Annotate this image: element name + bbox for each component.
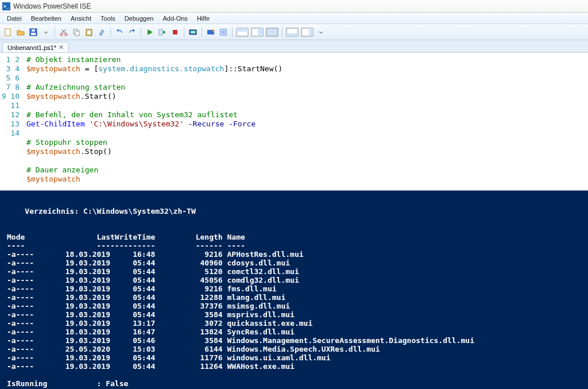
redo-icon[interactable] (126, 26, 138, 38)
svg-rect-0 (5, 29, 10, 36)
separator (110, 27, 111, 37)
new-icon[interactable] (2, 26, 14, 38)
script-editor[interactable]: 1 2 3 4 5 6 7 8 9 10 11 12 13 14 # Objek… (0, 53, 588, 191)
svg-rect-10 (159, 29, 163, 35)
open-icon[interactable] (15, 26, 26, 38)
titlebar: >_ Windows PowerShell ISE (0, 0, 588, 13)
remote-icon[interactable] (187, 26, 199, 38)
show-addons-icon[interactable] (300, 26, 314, 38)
layout-script-top-icon[interactable] (235, 26, 249, 38)
menu-datei[interactable]: Datei (2, 14, 26, 23)
stop-icon[interactable] (169, 26, 181, 38)
save-dropdown-icon[interactable] (40, 26, 52, 38)
menu-ansicht[interactable]: Ansicht (66, 14, 96, 23)
separator (184, 27, 184, 37)
tab-file[interactable]: Unbenannt1.ps1* ✕ (2, 42, 69, 52)
svg-rect-20 (266, 28, 278, 36)
options-icon[interactable] (218, 26, 229, 38)
tab-label: Unbenannt1.ps1* (7, 44, 56, 51)
console-output[interactable]: Verzeichnis: C:\Windows\System32\zh-TW M… (0, 191, 588, 389)
line-gutter: 1 2 3 4 5 6 7 8 9 10 11 12 13 14 (0, 53, 23, 190)
menu-hilfe[interactable]: Hilfe (192, 14, 214, 23)
svg-rect-19 (258, 28, 263, 36)
separator (202, 27, 202, 37)
svg-rect-3 (32, 29, 35, 32)
save-icon[interactable] (28, 26, 39, 38)
separator (282, 27, 283, 37)
new-remote-icon[interactable] (205, 26, 216, 38)
svg-rect-9 (87, 30, 91, 34)
svg-rect-11 (173, 30, 177, 34)
menu-add-ons[interactable]: Add-Ons (158, 14, 192, 23)
code-area[interactable]: # Objekt instanzieren $mystopwatch = [sy… (23, 53, 588, 190)
paste-icon[interactable] (83, 26, 95, 38)
separator (55, 27, 55, 37)
svg-rect-7 (75, 31, 79, 36)
toolbar-dropdown-icon[interactable] (315, 26, 327, 38)
svg-rect-2 (31, 33, 36, 35)
svg-rect-22 (287, 33, 298, 36)
run-icon[interactable] (144, 26, 156, 38)
layout-script-max-icon[interactable] (265, 26, 279, 38)
window-title: Windows PowerShell ISE (13, 2, 91, 10)
separator (232, 27, 233, 37)
close-icon[interactable]: ✕ (59, 44, 64, 51)
undo-icon[interactable] (114, 26, 125, 38)
clear-icon[interactable] (96, 26, 107, 38)
menu-tools[interactable]: Tools (96, 14, 120, 23)
layout-script-right-icon[interactable] (250, 26, 264, 38)
cut-icon[interactable] (58, 26, 69, 38)
separator (141, 27, 141, 37)
tab-bar: Unbenannt1.ps1* ✕ (0, 40, 588, 53)
toolbar (0, 24, 588, 40)
svg-rect-13 (191, 31, 195, 33)
app-icon: >_ (2, 2, 10, 10)
copy-icon[interactable] (71, 26, 82, 38)
svg-rect-17 (237, 28, 248, 32)
menubar: DateiBearbeitenAnsichtToolsDebuggenAdd-O… (0, 13, 588, 24)
menu-bearbeiten[interactable]: Bearbeiten (26, 14, 66, 23)
menu-debuggen[interactable]: Debuggen (120, 14, 158, 23)
show-command-icon[interactable] (285, 26, 299, 38)
svg-rect-24 (309, 28, 313, 36)
run-selection-icon[interactable] (157, 26, 168, 38)
